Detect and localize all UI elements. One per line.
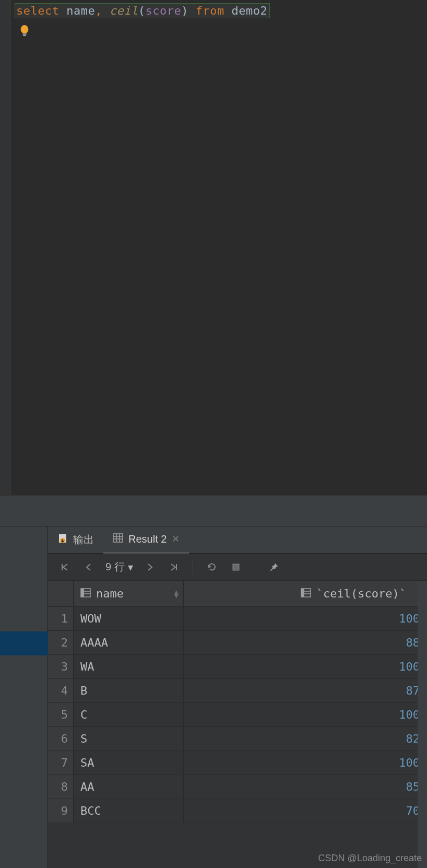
results-left-gutter	[0, 526, 48, 868]
results-pane: 输出 Result 2 ✕ 9 行 ▾ name	[0, 526, 427, 868]
row-count-dropdown[interactable]: 9 行 ▾	[105, 560, 133, 574]
cell-name[interactable]: AA	[74, 775, 184, 799]
cell-ceil[interactable]: 100	[184, 607, 427, 630]
row-number[interactable]: 6	[48, 727, 74, 750]
function-ceil: ceil	[110, 4, 138, 17]
cell-name[interactable]: BCC	[74, 799, 184, 823]
cell-name[interactable]: WA	[74, 655, 184, 678]
cell-name[interactable]: B	[74, 679, 184, 702]
table-row[interactable]: 6S82	[48, 727, 427, 751]
cell-name[interactable]: S	[74, 727, 184, 750]
svg-rect-5	[113, 534, 123, 542]
column-icon	[80, 587, 91, 600]
identifier-name: name	[66, 4, 95, 17]
cell-ceil[interactable]: 100	[184, 703, 427, 726]
first-page-button[interactable]	[57, 560, 72, 574]
table-name: demo2	[231, 4, 267, 17]
lightbulb-icon[interactable]	[19, 24, 30, 38]
cell-ceil[interactable]: 85	[184, 775, 427, 799]
cell-ceil[interactable]: 100	[184, 751, 427, 775]
column-header-ceil[interactable]: `ceil(score)` ▲▼	[184, 581, 427, 606]
row-number-header[interactable]	[48, 581, 74, 606]
column-header-name[interactable]: name ▲▼	[74, 581, 184, 606]
table-row[interactable]: 3WA100	[48, 655, 427, 679]
prev-page-button[interactable]	[81, 560, 96, 574]
toolbar-separator	[193, 560, 193, 574]
tab-output-label: 输出	[73, 533, 94, 547]
table-header-row: name ▲▼ `ceil(score)` ▲▼	[48, 581, 427, 607]
row-number[interactable]: 1	[48, 607, 74, 630]
row-count-label: 9 行	[105, 560, 125, 574]
tab-result[interactable]: Result 2 ✕	[103, 526, 189, 554]
table-row[interactable]: 9BCC70	[48, 799, 427, 823]
sql-editor[interactable]: select name, ceil(score) from demo2	[0, 0, 427, 495]
cell-name[interactable]: WOW	[74, 607, 184, 630]
row-number[interactable]: 3	[48, 655, 74, 678]
keyword-select: select	[16, 4, 59, 17]
sql-statement[interactable]: select name, ceil(score) from demo2	[15, 3, 270, 18]
output-icon	[57, 533, 68, 546]
row-number[interactable]: 2	[48, 631, 74, 654]
cell-name[interactable]: AAAA	[74, 631, 184, 654]
svg-rect-12	[233, 564, 239, 570]
chevron-down-icon: ▾	[128, 561, 133, 573]
column-ceil-label: `ceil(score)`	[316, 587, 406, 600]
svg-rect-14	[81, 589, 84, 597]
watermark: CSDN @Loading_create	[318, 853, 422, 864]
results-tab-bar: 输出 Result 2 ✕	[48, 526, 427, 554]
rparen: )	[181, 4, 188, 17]
tab-output[interactable]: 输出	[48, 526, 103, 554]
row-number[interactable]: 4	[48, 679, 74, 702]
next-page-button[interactable]	[143, 560, 157, 574]
table-row[interactable]: 7SA100	[48, 751, 427, 775]
toolbar-separator	[255, 560, 255, 574]
table-row[interactable]: 5C100	[48, 703, 427, 727]
result-table: name ▲▼ `ceil(score)` ▲▼ 1WOW1002AAAA883…	[48, 581, 427, 868]
column-icon	[301, 587, 311, 600]
keyword-from: from	[196, 4, 224, 17]
cell-ceil[interactable]: 87	[184, 679, 427, 702]
table-icon	[113, 533, 123, 545]
pin-button[interactable]	[267, 560, 281, 574]
refresh-button[interactable]	[205, 560, 219, 574]
tab-result-label: Result 2	[128, 533, 167, 545]
results-toolbar: 9 行 ▾	[48, 554, 427, 581]
row-number[interactable]: 8	[48, 775, 74, 799]
svg-rect-2	[23, 35, 26, 36]
row-number[interactable]: 5	[48, 703, 74, 726]
close-icon[interactable]: ✕	[172, 533, 180, 545]
stop-button[interactable]	[229, 560, 243, 574]
svg-rect-1	[22, 34, 26, 35]
column-name-label: name	[96, 587, 124, 600]
svg-point-0	[21, 25, 29, 34]
selected-row-indicator	[0, 631, 48, 655]
row-number[interactable]: 7	[48, 751, 74, 775]
vertical-scrollbar[interactable]	[418, 581, 427, 868]
table-row[interactable]: 2AAAA88	[48, 631, 427, 655]
table-row[interactable]: 4B87	[48, 679, 427, 703]
cell-ceil[interactable]: 88	[184, 631, 427, 654]
cell-ceil[interactable]: 82	[184, 727, 427, 750]
last-page-button[interactable]	[167, 560, 181, 574]
cell-name[interactable]: SA	[74, 751, 184, 775]
cell-ceil[interactable]: 70	[184, 799, 427, 823]
editor-gutter	[0, 0, 10, 495]
cell-ceil[interactable]: 100	[184, 655, 427, 678]
lparen: (	[138, 4, 146, 17]
row-number[interactable]: 9	[48, 799, 74, 823]
argument-score: score	[145, 4, 181, 17]
svg-rect-18	[301, 589, 304, 597]
comma: ,	[95, 4, 102, 17]
table-row[interactable]: 8AA85	[48, 775, 427, 799]
table-row[interactable]: 1WOW100	[48, 607, 427, 631]
sort-icon[interactable]: ▲▼	[174, 590, 179, 597]
pane-splitter[interactable]	[0, 495, 427, 526]
cell-name[interactable]: C	[74, 703, 184, 726]
